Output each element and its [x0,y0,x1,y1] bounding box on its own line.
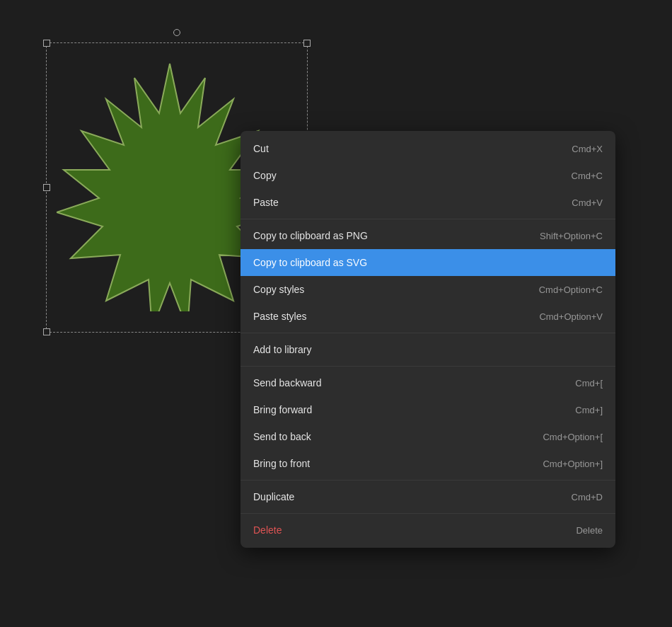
menu-item-label: Bring forward [253,404,312,415]
menu-item-shortcut: Cmd+D [572,492,603,502]
menu-item-shortcut: Cmd+Option+] [543,459,603,469]
menu-item-shortcut: Cmd+Option+C [539,284,603,295]
menu-item-label: Delete [253,524,282,536]
menu-item-label: Send backward [253,377,322,389]
menu-item-label: Copy to clipboard as PNG [253,230,368,241]
menu-item-paste-styles[interactable]: Paste stylesCmd+Option+V [241,303,615,330]
menu-item-copy-as-svg[interactable]: Copy to clipboard as SVG [241,249,615,276]
menu-item-shortcut: Delete [576,525,603,536]
menu-divider [241,366,615,367]
menu-item-label: Bring to front [253,458,310,469]
menu-item-label: Duplicate [253,491,294,502]
canvas: CutCmd+XCopyCmd+CPasteCmd+VCopy to clipb… [0,0,672,627]
menu-item-duplicate[interactable]: DuplicateCmd+D [241,483,615,510]
menu-divider [241,333,615,333]
menu-item-shortcut: Cmd+[ [575,378,603,389]
menu-item-label: Copy styles [253,284,304,295]
menu-item-copy[interactable]: CopyCmd+C [241,162,615,189]
menu-divider [241,480,615,481]
menu-divider [241,513,615,514]
menu-item-label: Copy to clipboard as SVG [253,257,367,268]
menu-item-delete[interactable]: DeleteDelete [241,517,615,543]
menu-item-send-to-back[interactable]: Send to backCmd+Option+[ [241,423,615,450]
menu-item-bring-forward[interactable]: Bring forwardCmd+] [241,396,615,423]
menu-item-copy-styles[interactable]: Copy stylesCmd+Option+C [241,276,615,303]
handle-top-right[interactable] [303,40,311,47]
menu-item-label: Send to back [253,431,311,442]
menu-item-copy-as-png[interactable]: Copy to clipboard as PNGShift+Option+C [241,222,615,249]
menu-item-paste[interactable]: PasteCmd+V [241,189,615,216]
menu-item-shortcut: Cmd+V [572,197,603,208]
handle-bottom-left[interactable] [43,328,50,335]
menu-item-send-backward[interactable]: Send backwardCmd+[ [241,369,615,396]
menu-item-label: Copy [253,170,277,181]
menu-item-cut[interactable]: CutCmd+X [241,135,615,162]
menu-item-label: Paste [253,197,279,208]
context-menu: CutCmd+XCopyCmd+CPasteCmd+VCopy to clipb… [241,131,615,548]
menu-item-shortcut: Cmd+Option+V [539,311,603,322]
menu-item-label: Cut [253,143,269,154]
menu-item-shortcut: Cmd+X [572,144,603,154]
menu-item-shortcut: Cmd+C [572,171,603,181]
menu-item-label: Paste styles [253,311,306,322]
menu-item-shortcut: Cmd+] [575,405,603,415]
handle-mid-left[interactable] [43,184,50,191]
menu-item-shortcut: Shift+Option+C [540,231,603,241]
menu-item-label: Add to library [253,344,311,355]
menu-item-add-to-library[interactable]: Add to library [241,336,615,363]
menu-item-shortcut: Cmd+Option+[ [543,432,603,442]
rotate-handle[interactable] [173,29,180,36]
menu-item-bring-to-front[interactable]: Bring to frontCmd+Option+] [241,450,615,477]
handle-top-left[interactable] [43,40,50,47]
menu-divider [241,219,615,219]
